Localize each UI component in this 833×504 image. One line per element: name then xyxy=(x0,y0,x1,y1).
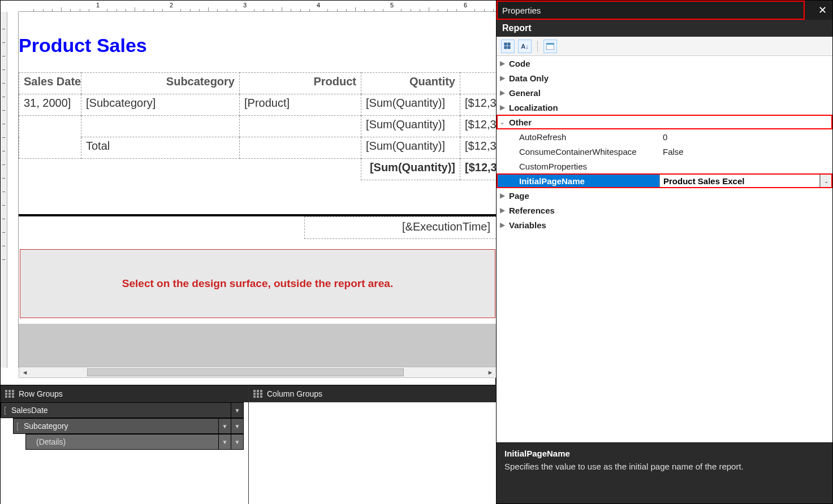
group-bracket-icon: [ xyxy=(14,422,21,431)
design-surface[interactable]: Product Sales Sales Date Subcategory Pro… xyxy=(19,12,497,368)
cell-total-amt[interactable]: [$12,3 xyxy=(460,137,497,159)
cell-empty[interactable] xyxy=(19,116,81,137)
category-label: Code xyxy=(508,59,659,68)
report-designer-area: 123456 Product Sales Sales Date Subcateg… xyxy=(0,0,496,504)
expand-icon[interactable]: ▶ xyxy=(497,221,508,229)
row-groups-column: Row Groups [ SalesDate ▼ [ Subcategory ▼… xyxy=(1,385,249,504)
category-label: Localization xyxy=(508,103,659,112)
group-label: (Details) xyxy=(34,437,218,446)
category-label: General xyxy=(508,88,659,98)
group-dropdown-icon[interactable]: ▼ xyxy=(218,435,231,449)
prop-value-input[interactable]: Product Sales Excel xyxy=(659,174,820,188)
col-header-subcategory[interactable]: Subcategory xyxy=(81,73,240,94)
col-header-salesdate[interactable]: Sales Date xyxy=(19,73,81,94)
collapse-icon[interactable]: ⌄ xyxy=(497,118,508,126)
cell-total-qty[interactable]: [Sum(Quantity)] xyxy=(361,137,460,159)
svg-rect-3 xyxy=(508,46,510,49)
expand-icon[interactable]: ▶ xyxy=(497,59,508,67)
cell-subtotal-qty[interactable]: [Sum(Quantity)] xyxy=(361,116,460,137)
group-bracket-icon: [ xyxy=(1,406,9,415)
scroll-track[interactable] xyxy=(31,368,485,376)
dropdown-icon[interactable]: ⌄ xyxy=(820,174,832,188)
group-item-salesdate[interactable]: [ SalesDate ▼ xyxy=(1,402,244,418)
col-header-quantity[interactable]: Quantity xyxy=(361,73,460,94)
prop-value[interactable]: 0 xyxy=(659,132,832,142)
cell-subtotal-amt[interactable]: [$12,3 xyxy=(460,116,497,137)
row-groups-label: Row Groups xyxy=(19,389,63,398)
categorize-button[interactable] xyxy=(501,40,515,53)
cell-grand-qty[interactable]: [Sum(Quantity)] xyxy=(361,159,460,180)
expand-icon[interactable]: ▶ xyxy=(497,206,508,214)
category-other[interactable]: ⌄ Other xyxy=(497,115,832,129)
cell-grand-amt[interactable]: [$12,3 xyxy=(460,159,497,180)
svg-rect-2 xyxy=(504,46,507,49)
col-header-product[interactable]: Product xyxy=(240,73,361,94)
cell-empty[interactable] xyxy=(240,116,361,137)
cell-empty[interactable] xyxy=(240,137,361,159)
category-references[interactable]: ▶ References xyxy=(497,203,832,218)
row-groups-body[interactable]: [ SalesDate ▼ [ Subcategory ▼ ▼ (Details… xyxy=(1,402,248,504)
group-extra-dropdown-icon[interactable]: ▼ xyxy=(231,419,243,433)
category-localization[interactable]: ▶ Localization xyxy=(497,100,832,115)
properties-object-selector[interactable]: Report xyxy=(497,20,832,37)
group-extra-dropdown-icon[interactable]: ▼ xyxy=(231,435,243,449)
properties-titlebar[interactable]: Properties ✕ xyxy=(497,1,832,20)
description-title: InitialPageName xyxy=(504,449,825,458)
scroll-left-arrow[interactable]: ◄ xyxy=(19,367,31,377)
category-variables[interactable]: ▶ Variables xyxy=(497,218,832,232)
category-page[interactable]: ▶ Page xyxy=(497,188,832,203)
instruction-text: Select on the design surface, outside th… xyxy=(122,277,393,290)
expand-icon[interactable]: ▶ xyxy=(497,89,508,97)
category-dataonly[interactable]: ▶ Data Only xyxy=(497,71,832,85)
property-pages-button[interactable] xyxy=(543,40,557,53)
expand-icon[interactable]: ▶ xyxy=(497,74,508,82)
cell-empty[interactable] xyxy=(19,137,81,159)
prop-consumecontainerwhitespace[interactable]: ConsumeContainerWhitespace False xyxy=(497,144,832,159)
cell-total-label[interactable]: Total xyxy=(81,137,240,159)
execution-time-textbox[interactable]: [&ExecutionTime] xyxy=(304,216,497,239)
prop-name: CustomProperties xyxy=(508,162,659,171)
row-groups-header[interactable]: Row Groups xyxy=(1,385,248,402)
cell-empty xyxy=(19,159,361,180)
prop-name: InitialPageName xyxy=(508,176,659,186)
category-label: Page xyxy=(508,191,659,201)
page-footer[interactable]: [&ExecutionTime] xyxy=(19,214,497,239)
prop-initialpagename[interactable]: InitialPageName Product Sales Excel ⌄ xyxy=(497,173,832,188)
cell-quantity[interactable]: [Sum(Quantity)] xyxy=(361,94,460,116)
report-body[interactable]: Product Sales Sales Date Subcategory Pro… xyxy=(19,12,497,324)
left-gutter xyxy=(1,12,7,368)
cell-amount[interactable]: [$12,3 xyxy=(460,94,497,116)
prop-customproperties[interactable]: CustomProperties xyxy=(497,159,832,173)
tablix[interactable]: Sales Date Subcategory Product Quantity … xyxy=(19,72,497,180)
properties-description: InitialPageName Specifies the value to u… xyxy=(497,442,832,503)
category-label: Other xyxy=(508,118,659,127)
cell-subcategory[interactable]: [Subcategory] xyxy=(81,94,240,116)
column-groups-body[interactable] xyxy=(249,402,497,504)
scroll-right-arrow[interactable]: ► xyxy=(485,367,496,377)
col-header-amount[interactable] xyxy=(460,73,497,94)
group-dropdown-icon[interactable]: ▼ xyxy=(231,403,243,418)
group-dropdown-icon[interactable]: ▼ xyxy=(218,419,231,433)
expand-icon[interactable]: ▶ xyxy=(497,103,508,111)
cell-empty[interactable] xyxy=(81,116,240,137)
horizontal-scrollbar[interactable]: ◄ ► xyxy=(19,367,497,378)
category-general[interactable]: ▶ General xyxy=(497,85,832,100)
horizontal-ruler[interactable]: 123456 xyxy=(19,1,497,12)
cell-salesdate[interactable]: 31, 2000] xyxy=(19,94,81,116)
prop-autorefresh[interactable]: AutoRefresh 0 xyxy=(497,129,832,144)
report-title[interactable]: Product Sales xyxy=(19,12,497,72)
properties-grid[interactable]: ▶ Code ▶ Data Only ▶ General ▶ Localizat… xyxy=(497,56,832,232)
category-code[interactable]: ▶ Code xyxy=(497,56,832,71)
expand-icon[interactable]: ▶ xyxy=(497,192,508,199)
cell-product[interactable]: [Product] xyxy=(240,94,361,116)
column-groups-header[interactable]: Column Groups xyxy=(249,385,497,402)
close-icon[interactable]: ✕ xyxy=(818,4,827,16)
group-item-subcategory[interactable]: [ Subcategory ▼ ▼ xyxy=(13,418,244,434)
alphabetize-button[interactable]: A↓ xyxy=(518,40,532,53)
vertical-ruler[interactable] xyxy=(7,12,19,368)
grid-icon xyxy=(5,390,14,398)
scroll-thumb[interactable] xyxy=(87,368,404,376)
description-text: Specifies the value to use as the initia… xyxy=(504,462,825,471)
group-item-details[interactable]: (Details) ▼ ▼ xyxy=(25,434,244,450)
prop-value[interactable]: False xyxy=(659,147,832,157)
